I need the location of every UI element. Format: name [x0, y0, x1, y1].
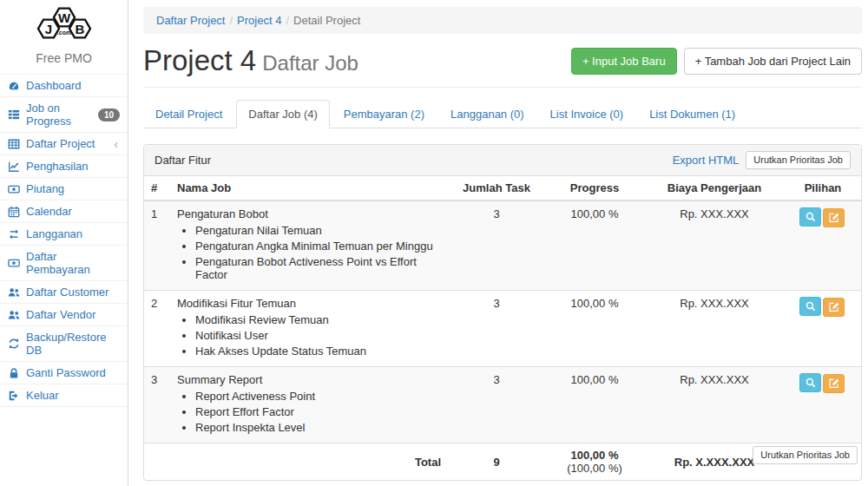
sidebar-item-backup-restore[interactable]: Backup/Restore DB [0, 326, 128, 362]
export-html-link[interactable]: Export HTML [673, 154, 740, 167]
subtask: Report Activeness Point [195, 390, 441, 403]
sidebar-item-daftar-customer[interactable]: Daftar Customer [0, 281, 128, 304]
search-icon [805, 377, 817, 389]
money-icon [8, 183, 20, 195]
sidebar-item-ganti-password[interactable]: Ganti Password [0, 362, 128, 384]
tab-list-dokumen[interactable]: List Dokumen (1) [637, 100, 747, 128]
calendar-icon [8, 206, 20, 218]
breadcrumb-separator: / [281, 14, 293, 27]
view-job-button[interactable] [799, 373, 821, 392]
chevron-left-icon: ‹ [114, 139, 120, 149]
dashboard-icon [8, 80, 20, 92]
sidebar-item-label: Penghasilan [26, 160, 89, 173]
col-progress: Progress [545, 176, 644, 200]
cost-value: Rp. XXX.XXX [644, 367, 785, 443]
logo-letter-b: B [75, 22, 84, 36]
money-icon [8, 257, 20, 269]
list-icon [8, 108, 20, 121]
users-icon [8, 286, 20, 299]
view-job-button[interactable] [799, 207, 821, 227]
logo-letter-w: W [57, 10, 70, 25]
app-logo: W J B .com [0, 0, 128, 49]
total-progress-value: 100,00 % [571, 449, 619, 462]
sidebar-item-daftar-vendor[interactable]: Daftar Vendor [0, 304, 128, 326]
input-job-baru-button[interactable]: + Input Job Baru [571, 48, 677, 75]
urutkan-prioritas-button[interactable]: Urutkan Prioritas Job [753, 446, 858, 464]
row-num: 1 [144, 200, 170, 291]
subtask: Pengaturan Nilai Temuan [195, 224, 441, 237]
cost-value: Rp. XXX.XXX [644, 291, 785, 367]
total-actions: Urutkan Prioritas Job [785, 443, 861, 481]
page-subtitle: Daftar Job [262, 51, 358, 75]
job-subtasks: Modifikasi Review Temuan Notifikasi User… [177, 313, 441, 358]
sidebar-item-job-on-progress[interactable]: Job on Progress 10 [0, 97, 128, 133]
progress-value: 100,00 % [545, 367, 644, 443]
users-icon [8, 309, 20, 321]
panel-heading: Daftar Fitur Export HTML Urutkan Priorit… [144, 145, 861, 176]
row-num: 2 [144, 291, 170, 367]
tab-pembayaran[interactable]: Pembayaran (2) [332, 100, 437, 128]
urutkan-prioritas-button[interactable]: Urutkan Prioritas Job [746, 151, 851, 169]
panel-daftar-fitur: Daftar Fitur Export HTML Urutkan Priorit… [143, 144, 862, 481]
tab-langganan[interactable]: Langganan (0) [438, 100, 536, 128]
page-title: Project 4Daftar Job [143, 45, 358, 79]
breadcrumb-daftar-project[interactable]: Daftar Project [156, 14, 225, 27]
sidebar: W J B .com Free PMO Dashboard [0, 0, 128, 486]
sidebar-item-label: Job on Progress [26, 102, 92, 128]
col-nama-job: Nama Job [170, 176, 448, 200]
row-num: 3 [144, 367, 170, 443]
subtask: Pengaturan Angka Minimal Temuan per Ming… [195, 240, 441, 253]
sidebar-item-daftar-project[interactable]: Daftar Project ‹ [0, 133, 128, 155]
job-subtasks: Report Activeness Point Report Effort Fa… [177, 390, 441, 434]
search-icon [805, 300, 817, 312]
total-row: Total 9 100,00 % (100,00 %) Rp. X.XXX.XX… [144, 443, 861, 481]
table-row: 3 Summary Report Report Activeness Point… [144, 367, 861, 443]
tab-list-invoice[interactable]: List Invoice (0) [538, 100, 636, 128]
page-header: Project 4Daftar Job + Input Job Baru + T… [143, 45, 862, 88]
view-job-button[interactable] [799, 297, 821, 316]
breadcrumb-current: Detail Project [293, 14, 360, 27]
sidebar-item-langganan[interactable]: Langganan [0, 223, 128, 246]
job-name-cell: Summary Report Report Activeness Point R… [170, 367, 448, 443]
total-tasks: 9 [448, 443, 545, 481]
progress-value: 100,00 % [545, 291, 644, 367]
tab-detail-project[interactable]: Detail Project [143, 100, 234, 128]
sidebar-item-keluar[interactable]: Keluar [0, 384, 128, 407]
subtask: Pengaturan Bobot Activeness Point vs Eff… [195, 255, 441, 281]
project-title: Project 4 [143, 44, 256, 76]
breadcrumb-separator: / [225, 14, 237, 27]
panel-tools: Export HTML Urutkan Prioritas Job [673, 151, 851, 169]
col-jumlah-task: Jumlah Task [448, 176, 545, 200]
table-row: 2 Modifikasi Fitur Temuan Modifikasi Rev… [144, 291, 861, 367]
main-content: Daftar Project/Project 4/Detail Project … [128, 0, 868, 486]
sidebar-item-piutang[interactable]: Piutang [0, 178, 128, 200]
sidebar-item-label: Daftar Customer [26, 286, 108, 299]
sidebar-item-penghasilan[interactable]: Penghasilan [0, 155, 128, 178]
cost-value: Rp. XXX.XXX [644, 200, 785, 291]
total-label: Total [144, 443, 448, 481]
row-actions [785, 291, 861, 367]
subtask: Report Inspekta Level [195, 421, 441, 434]
job-name: Summary Report [177, 373, 262, 386]
tambah-job-button[interactable]: + Tambah Job dari Project Lain [684, 48, 862, 75]
edit-icon [828, 301, 839, 312]
sidebar-nav: Dashboard Job on Progress 10 Daftar Proj… [0, 74, 128, 407]
job-subtasks: Pengaturan Nilai Temuan Pengaturan Angka… [177, 224, 441, 281]
breadcrumb-project-4[interactable]: Project 4 [237, 14, 281, 27]
tab-daftar-job[interactable]: Daftar Job (4) [236, 100, 329, 128]
sidebar-item-calendar[interactable]: Calendar [0, 200, 128, 223]
panel-title: Daftar Fitur [155, 154, 211, 167]
sidebar-item-dashboard[interactable]: Dashboard [0, 75, 128, 97]
daftar-fitur-table: # Nama Job Jumlah Task Progress Biaya Pe… [144, 176, 861, 480]
edit-job-button[interactable] [823, 374, 845, 393]
subtask: Notifikasi User [195, 329, 441, 342]
app-root: W J B .com Free PMO Dashboard [0, 0, 868, 486]
sidebar-item-daftar-pembayaran[interactable]: Daftar Pembayaran [0, 246, 128, 281]
sidebar-item-label: Piutang [26, 182, 64, 195]
sidebar-item-label: Calendar [26, 205, 72, 218]
edit-job-button[interactable] [823, 298, 845, 317]
row-actions [785, 367, 861, 443]
col-pilihan: Pilihan [785, 176, 861, 200]
job-name-cell: Pengaturan Bobot Pengaturan Nilai Temuan… [170, 200, 448, 291]
edit-job-button[interactable] [823, 208, 845, 227]
